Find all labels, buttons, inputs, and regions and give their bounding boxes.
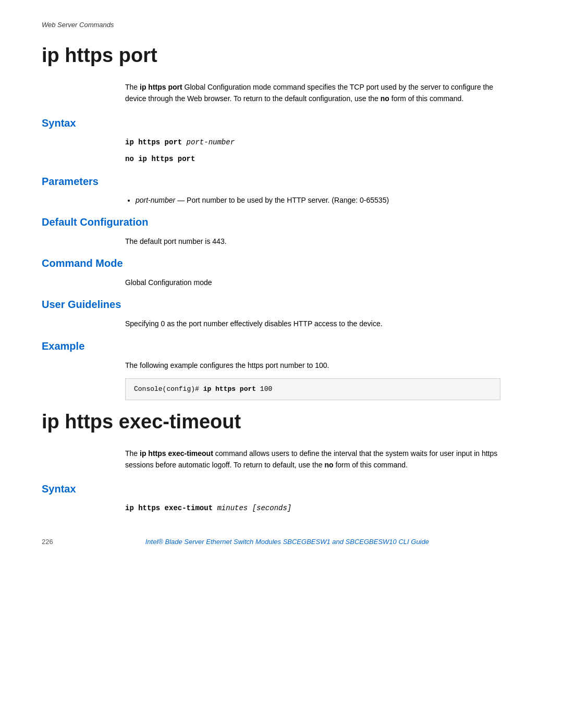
syntax-line-2: no ip https port xyxy=(125,153,500,165)
section1-intro: The ip https port Global Configuration m… xyxy=(125,81,500,105)
s2-intro-no: no xyxy=(324,461,333,469)
intro-no-text: no xyxy=(381,94,389,103)
syntax-heading: Syntax xyxy=(42,117,521,129)
section2-syntax-line: ip https exec-timout minutes [seconds] xyxy=(125,502,500,514)
page-container: Web Server Commands ip https port The ip… xyxy=(0,0,563,556)
section2-intro: The ip https exec-timeout command allows… xyxy=(125,448,500,471)
s2-intro-suffix: form of this command. xyxy=(334,461,408,469)
command-mode-content: Global Configuration mode xyxy=(125,277,500,288)
command-mode-section: Command Mode Global Configuration mode xyxy=(42,257,521,288)
footer-page-number: 226 xyxy=(42,538,53,546)
section2-syntax-content: ip https exec-timout minutes [seconds] xyxy=(125,502,500,514)
code-block: Console(config)# ip https port 100 xyxy=(125,378,500,400)
user-guidelines-text: Specifying 0 as the port number effectiv… xyxy=(125,319,383,328)
user-guidelines-section: User Guidelines Specifying 0 as the port… xyxy=(42,299,521,329)
command-mode-text: Global Configuration mode xyxy=(125,278,212,287)
syntax-param1: port-number xyxy=(182,138,235,146)
intro-bold-text: ip https port xyxy=(140,83,182,91)
syntax-line-1: ip https port port-number xyxy=(125,137,500,148)
command-mode-heading: Command Mode xyxy=(42,257,521,269)
page-footer: 226 Intel® Blade Server Ethernet Switch … xyxy=(0,538,563,546)
section2-syntax-heading: Syntax xyxy=(42,483,521,495)
parameters-heading: Parameters xyxy=(42,176,521,188)
user-guidelines-content: Specifying 0 as the port number effectiv… xyxy=(125,318,500,329)
parameters-list: port-number — Port number to be used by … xyxy=(125,195,500,206)
default-config-text: The default port number is 443. xyxy=(125,237,227,245)
default-config-section: Default Configuration The default port n… xyxy=(42,216,521,247)
s2-syntax-cmd: ip https exec-timout xyxy=(125,504,213,512)
param-name: port-number xyxy=(136,196,175,204)
section-ip-https-port: ip https port The ip https port Global C… xyxy=(42,44,521,400)
param-description: — Port number to be used by the HTTP ser… xyxy=(175,196,389,204)
s2-syntax-param: minutes [seconds] xyxy=(213,504,291,512)
section1-title: ip https port xyxy=(42,44,521,67)
syntax-cmd2: no ip https port xyxy=(125,155,195,163)
section2-title: ip https exec-timeout xyxy=(42,411,521,433)
s2-intro-bold: ip https exec-timeout xyxy=(140,449,213,458)
intro-suffix-text: form of this command. xyxy=(389,94,463,103)
section2-syntax-section: Syntax ip https exec-timout minutes [sec… xyxy=(42,483,521,514)
default-config-content: The default port number is 443. xyxy=(125,236,500,247)
parameters-content: port-number — Port number to be used by … xyxy=(125,195,500,206)
intro-prefix-text: The xyxy=(125,83,140,91)
syntax-cmd1: ip https port xyxy=(125,138,182,146)
example-content: The following example configures the htt… xyxy=(125,360,500,400)
code-prefix: Console(config)# xyxy=(134,385,203,393)
section-ip-https-exec-timeout: ip https exec-timeout The ip https exec-… xyxy=(42,411,521,514)
parameters-section: Parameters port-number — Port number to … xyxy=(42,176,521,206)
syntax-content: ip https port port-number no ip https po… xyxy=(125,137,500,165)
default-config-heading: Default Configuration xyxy=(42,216,521,228)
footer-center-text: Intel® Blade Server Ethernet Switch Modu… xyxy=(64,538,511,546)
code-command: ip https port xyxy=(203,385,256,393)
example-text: The following example configures the htt… xyxy=(125,360,500,371)
code-suffix: 100 xyxy=(256,385,272,393)
example-section: Example The following example configures… xyxy=(42,340,521,400)
page-header: Web Server Commands xyxy=(42,21,521,29)
s2-intro-prefix: The xyxy=(125,449,140,458)
user-guidelines-heading: User Guidelines xyxy=(42,299,521,311)
parameter-item-1: port-number — Port number to be used by … xyxy=(136,195,500,206)
syntax-section: Syntax ip https port port-number no ip h… xyxy=(42,117,521,165)
example-heading: Example xyxy=(42,340,521,352)
